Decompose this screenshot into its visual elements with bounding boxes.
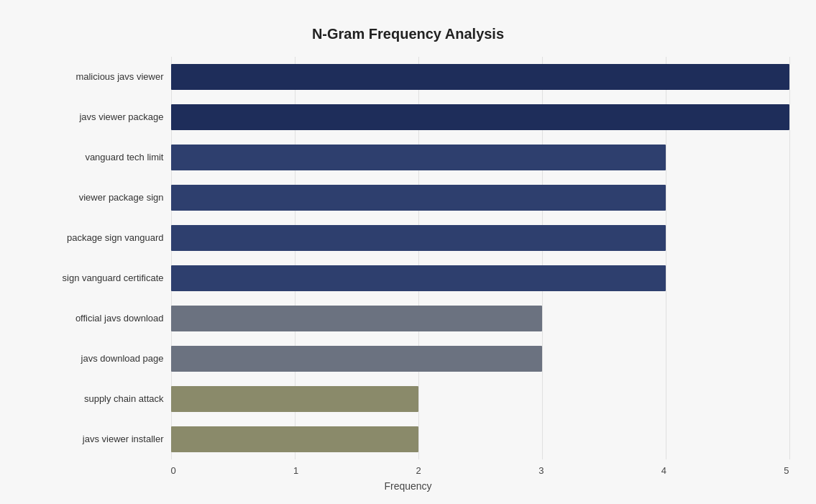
x-tick-label: 4 bbox=[661, 465, 666, 476]
x-tick-label: 3 bbox=[538, 465, 544, 476]
y-label: malicious javs viewer bbox=[75, 60, 163, 94]
bars-area bbox=[171, 57, 789, 459]
bar-row bbox=[171, 344, 789, 373]
y-label: vanguard tech limit bbox=[85, 140, 163, 175]
bar bbox=[171, 225, 666, 251]
y-label: sign vanguard certificate bbox=[63, 261, 164, 295]
x-axis: 012345 bbox=[27, 465, 789, 476]
bar bbox=[171, 386, 418, 412]
y-label: javs viewer installer bbox=[83, 422, 164, 457]
bar bbox=[171, 426, 418, 452]
y-label: official javs download bbox=[75, 301, 164, 336]
bar-row bbox=[171, 304, 789, 333]
y-label: package sign vanguard bbox=[67, 221, 163, 255]
chart-area: malicious javs viewerjavs viewer package… bbox=[27, 57, 789, 459]
bar bbox=[171, 104, 789, 130]
bar-row bbox=[171, 385, 789, 413]
bar bbox=[171, 64, 789, 90]
bar-row bbox=[171, 63, 789, 91]
bar-row bbox=[171, 425, 789, 454]
bar-row bbox=[171, 103, 789, 132]
x-axis-spacer bbox=[27, 465, 171, 476]
x-tick-label: 2 bbox=[416, 465, 421, 476]
bar-row bbox=[171, 183, 789, 212]
bar bbox=[171, 306, 542, 331]
y-label: javs viewer package bbox=[79, 100, 163, 134]
bar bbox=[171, 145, 666, 170]
bar-row bbox=[171, 224, 789, 252]
chart-title: N-Gram Frequency Analysis bbox=[27, 26, 789, 42]
x-axis-label: Frequency bbox=[27, 480, 789, 492]
bar-row bbox=[171, 143, 789, 172]
x-ticks: 012345 bbox=[171, 465, 789, 476]
bar bbox=[171, 346, 542, 372]
y-label: javs download page bbox=[81, 342, 164, 376]
x-tick-label: 5 bbox=[784, 465, 789, 476]
y-label: supply chain attack bbox=[84, 382, 164, 416]
bar bbox=[171, 185, 666, 211]
chart-container: N-Gram Frequency Analysis malicious javs… bbox=[13, 12, 804, 493]
grid-line bbox=[789, 57, 790, 459]
bar bbox=[171, 265, 666, 291]
y-label: viewer package sign bbox=[79, 180, 164, 215]
y-labels: malicious javs viewerjavs viewer package… bbox=[27, 57, 171, 459]
x-tick-label: 0 bbox=[171, 465, 176, 476]
bar-row bbox=[171, 264, 789, 293]
x-tick-label: 1 bbox=[293, 465, 298, 476]
